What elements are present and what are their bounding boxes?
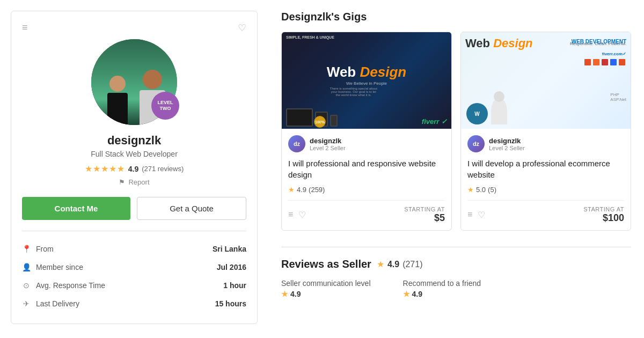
gig-list-icon-1[interactable]: ≡ <box>288 210 293 220</box>
seller-level-1: Level 2 Seller <box>310 145 346 151</box>
gig-review-count-1: (259) <box>309 186 325 194</box>
info-delivery: ✈ Last Delivery 15 hours <box>22 295 246 313</box>
seller-info-2: dz designzlk Level 2 Seller <box>467 135 624 152</box>
reviews-grid: Seller communication level ★ 4.9 Recomme… <box>281 279 631 298</box>
gig-list-icon-2[interactable]: ≡ <box>467 210 472 220</box>
report-label: Report <box>128 178 149 186</box>
rating-value: 4.9 <box>128 165 138 173</box>
seller-level-2: Level 2 Seller <box>489 145 525 151</box>
review-item-0: Seller communication level ★ 4.9 <box>281 279 371 298</box>
hamburger-icon[interactable]: ≡ <box>22 22 28 34</box>
seller-info-1: dz designzlk Level 2 Seller <box>288 135 445 152</box>
gig-rating-value-1: 4.9 <box>297 186 306 194</box>
reviews-star-icon: ★ <box>377 259 384 269</box>
get-quote-button[interactable]: Get a Quote <box>137 197 246 220</box>
webdev-label: WEB DEVELOPMENT <box>572 39 626 124</box>
response-value: 1 hour <box>223 281 246 290</box>
gig-rating-value-2: 5.0 <box>476 186 486 194</box>
member-value: Jul 2016 <box>217 263 246 271</box>
user-title: Full Stack Web Developer <box>91 150 178 158</box>
reviews-count: (271) <box>402 260 422 269</box>
fiverr-logo: fiverr ✓ <box>422 117 447 126</box>
delivery-value: 15 hours <box>215 299 246 308</box>
main-content: Designzlk's Gigs SIMPLE, FRESH & UNIQUE … <box>268 0 644 338</box>
review-label-0: Seller communication level <box>281 279 371 288</box>
review-label-1: Recommend to a friend <box>403 279 481 288</box>
seller-name-block-2: designzlk Level 2 Seller <box>489 137 525 151</box>
figure-female <box>107 76 128 125</box>
gig-actions-1: ≡ ♡ <box>288 210 306 220</box>
clock-icon: ⊙ <box>22 281 31 290</box>
gig-heart-icon-2[interactable]: ♡ <box>478 210 485 220</box>
gig-heart-icon-1[interactable]: ♡ <box>298 210 306 220</box>
reviews-section: Reviews as Seller ★ 4.9 (271) Seller com… <box>281 247 631 298</box>
seller-name-block-1: designzlk Level 2 Seller <box>310 137 346 151</box>
divider <box>22 231 246 231</box>
location-icon: 📍 <box>22 245 31 253</box>
gig-card-1[interactable]: SIMPLE, FRESH & UNIQUE Web Design We Bel… <box>281 32 452 231</box>
gig-price-1: $5 <box>404 212 445 224</box>
gig-body-2: dz designzlk Level 2 Seller I will devel… <box>461 129 631 230</box>
info-member: 👤 Member since Jul 2016 <box>22 258 246 276</box>
response-label: Avg. Response Time <box>36 281 105 290</box>
from-label: From <box>36 245 54 253</box>
review-item-1: Recommend to a friend ★ 4.9 <box>403 279 481 298</box>
card-top-icons: ≡ ♡ <box>22 22 246 34</box>
reviews-overall-rating: ★ 4.9 (271) <box>377 259 423 269</box>
gig-price-2: $100 <box>583 212 624 224</box>
gigs-section-title: Designzlk's Gigs <box>281 11 631 23</box>
gig-star-2: ★ <box>467 186 474 194</box>
info-from: 📍 From Sri Lanka <box>22 240 246 258</box>
from-value: Sri Lanka <box>213 245 246 253</box>
gig-title-1[interactable]: I will professional and responsive websi… <box>288 158 445 180</box>
delivery-label: Last Delivery <box>36 299 79 308</box>
star-icons: ★★★★★ <box>85 164 125 174</box>
flag-icon: ⚑ <box>119 178 125 186</box>
avatar-wrapper: LEVEL TWO <box>91 39 177 125</box>
seller-name-2: designzlk <box>489 137 525 145</box>
gig-image-1: SIMPLE, FRESH & UNIQUE Web Design We Bel… <box>282 32 451 129</box>
review-rating-0: 4.9 <box>290 290 301 298</box>
contact-me-button[interactable]: Contact Me <box>22 197 130 220</box>
rating-row: ★★★★★ 4.9 (271 reviews) <box>85 164 184 174</box>
profile-card: ≡ ♡ <box>11 11 258 324</box>
level-badge: LEVEL TWO <box>151 92 179 120</box>
gig-rating-1: ★ 4.9 (259) <box>288 186 445 194</box>
gig1-bg: SIMPLE, FRESH & UNIQUE Web Design We Bel… <box>282 32 451 129</box>
starting-at-label-2: STARTING AT <box>583 206 624 212</box>
sidebar: ≡ ♡ <box>0 0 268 338</box>
member-label: Member since <box>36 263 83 271</box>
review-star-0: ★ <box>281 290 288 298</box>
seller-avatar-1: dz <box>288 135 305 152</box>
gig-footer-1: ≡ ♡ STARTING AT $5 <box>288 200 445 224</box>
info-table: 📍 From Sri Lanka 👤 Member since Jul 2016… <box>22 240 246 313</box>
rating-count: (271 reviews) <box>142 165 184 173</box>
gig-body-1: dz designzlk Level 2 Seller I will profe… <box>282 129 451 230</box>
user-icon: 👤 <box>22 263 31 271</box>
gig-review-count-2: (5) <box>488 186 496 194</box>
gigs-grid: SIMPLE, FRESH & UNIQUE Web Design We Bel… <box>281 32 631 231</box>
seller-name-1: designzlk <box>310 137 346 145</box>
gig-price-block-2: STARTING AT $100 <box>583 206 624 224</box>
gig-footer-2: ≡ ♡ STARTING AT $100 <box>467 200 624 224</box>
gig-image-2: Web Design Responsive. Clean. Powerful. … <box>461 32 631 129</box>
heart-icon[interactable]: ♡ <box>238 22 246 34</box>
review-rating-1: 4.9 <box>412 290 422 298</box>
gig2-bg: Web Design Responsive. Clean. Powerful. … <box>461 32 631 129</box>
reviews-header: Reviews as Seller ★ 4.9 (271) <box>281 258 631 270</box>
seller-avatar-2: dz <box>467 135 485 152</box>
review-mini-rating-0: ★ 4.9 <box>281 290 371 298</box>
reviews-rating-value: 4.9 <box>387 260 399 269</box>
gig-title-2[interactable]: I will develop a professional ecommerce … <box>467 158 624 180</box>
gig-card-2[interactable]: Web Design Responsive. Clean. Powerful. … <box>460 32 631 231</box>
starting-at-label-1: STARTING AT <box>404 206 445 212</box>
gig-star-1: ★ <box>288 186 295 194</box>
reviews-section-title: Reviews as Seller <box>281 258 371 270</box>
gig-price-block-1: STARTING AT $5 <box>404 206 445 224</box>
report-row[interactable]: ⚑ Report <box>119 178 149 186</box>
gig-actions-2: ≡ ♡ <box>467 210 485 220</box>
action-buttons: Contact Me Get a Quote <box>22 197 246 220</box>
username: designzlk <box>107 134 161 148</box>
review-star-1: ★ <box>403 290 410 298</box>
send-icon: ✈ <box>22 299 31 308</box>
